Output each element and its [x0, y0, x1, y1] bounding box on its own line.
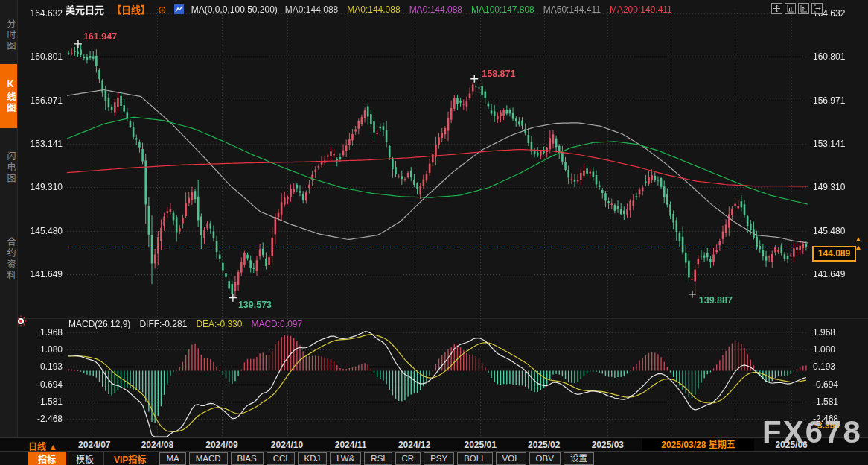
- macd-axis-label: 1.080: [813, 344, 859, 355]
- macd-min-label: -3.356: [814, 420, 840, 431]
- macd-header: MACD(26,12,9) DIFF:-0.281 DEA:-0.330 MAC…: [68, 319, 302, 329]
- month-label: 2024/11: [328, 440, 373, 450]
- price-arrow-icon: ▲▲: [855, 235, 862, 251]
- settings-button[interactable]: 设置: [564, 452, 594, 465]
- price-axis-label: 160.801: [813, 51, 859, 62]
- indicator-toolbar: 指标模板VIP指标MAMACDBIASCCIKDJLW&RSICRPSYBOLL…: [0, 451, 868, 465]
- indicator-button-cci[interactable]: CCI: [267, 452, 295, 465]
- chart-type-icon: [174, 4, 184, 14]
- price-axis-label: 145.480: [19, 226, 63, 236]
- extreme-price-label: 139.573: [238, 300, 272, 310]
- macd-axis-label: 0.193: [813, 361, 859, 372]
- month-label: 2025/02: [522, 440, 567, 450]
- sidebar-item-4[interactable]: 合约资料: [0, 219, 17, 300]
- price-axis-label: 153.141: [813, 139, 859, 149]
- ma-legend-value: MA100:147.808: [471, 4, 534, 15]
- indicator-button-kdj[interactable]: KDJ: [298, 452, 328, 465]
- toolbar-tab-1[interactable]: 指标: [28, 452, 66, 465]
- ma-settings-label[interactable]: MA(0,0,0,100,50,200): [191, 4, 278, 15]
- ma-legend-value: MA0:144.088: [347, 4, 400, 15]
- month-label: 2024/09: [200, 440, 244, 450]
- axis-scale-icon[interactable]: [785, 3, 796, 14]
- indicator-button-ma[interactable]: MA: [159, 452, 185, 465]
- price-axis-label: 164.632: [19, 8, 63, 19]
- date-axis-row: 日线 ▲ 2024/072024/082024/092024/102024/11…: [0, 437, 868, 452]
- trading-app-window: 分时图K线图闪电图合约资料 美元日元 【日线】 ⊕ MA(0,0,0,100,5…: [0, 0, 868, 465]
- macd-axis-label: 1.080: [19, 344, 63, 355]
- sidebar-item-2[interactable]: K线图: [0, 64, 17, 128]
- pan-right-icon[interactable]: [811, 3, 823, 14]
- ma-legend-value: MA0:144.088: [285, 4, 338, 15]
- date-tooltip: 2025/03/28 星期五: [642, 439, 754, 451]
- month-label: 2024/08: [135, 440, 179, 450]
- macd-axis-label: -2.468: [19, 414, 63, 424]
- indicator-button-lw[interactable]: LW&: [330, 452, 361, 465]
- price-axis-label: 145.480: [813, 226, 859, 236]
- chart-window-controls: [771, 3, 823, 14]
- expand-icon[interactable]: ⊕: [158, 6, 167, 13]
- extreme-price-label: 161.947: [83, 31, 117, 42]
- macd-macd-value: MACD:0.097: [251, 319, 302, 329]
- period-badge[interactable]: 【日线】: [112, 2, 150, 16]
- macd-title[interactable]: MACD(26,12,9): [68, 319, 130, 329]
- price-axis-label: 156.971: [813, 95, 859, 106]
- chart-header: 美元日元 【日线】 ⊕ MA(0,0,0,100,50,200) MA0:144…: [66, 2, 672, 16]
- price-axis-label: 156.971: [19, 95, 63, 106]
- price-macd-canvas: [0, 0, 868, 465]
- indicator-button-psy[interactable]: PSY: [424, 452, 454, 465]
- macd-axis-label: 0.193: [19, 361, 63, 372]
- month-label: 2024/10: [265, 440, 310, 450]
- indicator-button-rsi[interactable]: RSI: [364, 452, 392, 465]
- price-axis-label: 141.649: [19, 269, 63, 279]
- extreme-price-label: 139.887: [699, 295, 733, 306]
- month-label: 2025/01: [458, 440, 502, 450]
- indicator-button-obv[interactable]: OBV: [529, 452, 561, 465]
- ma-legend: MA0:144.088MA0:144.088MA0:144.088MA100:1…: [285, 4, 672, 15]
- extreme-price-label: 158.871: [482, 69, 515, 79]
- macd-axis-label: -0.694: [813, 379, 859, 390]
- sidebar-item-3[interactable]: 闪电图: [0, 139, 17, 197]
- price-axis-label: 149.310: [813, 182, 859, 192]
- macd-diff-value: DIFF:-0.281: [139, 319, 187, 329]
- indicator-button-bias[interactable]: BIAS: [231, 452, 264, 465]
- indicator-button-macd[interactable]: MACD: [189, 452, 228, 465]
- ma-legend-value: MA200:149.411: [610, 4, 672, 15]
- macd-axis-label: -1.581: [813, 396, 859, 407]
- macd-axis-label: -0.694: [19, 379, 63, 390]
- month-label: 2025/06: [769, 440, 814, 450]
- left-sidebar: 分时图K线图闪电图合约资料: [0, 0, 18, 437]
- price-axis-label: 153.141: [19, 139, 63, 149]
- toolbar-tab-3[interactable]: VIP指标: [104, 452, 156, 465]
- ma-legend-value: MA0:144.088: [409, 4, 462, 15]
- sidebar-item-1[interactable]: 分时图: [0, 6, 17, 64]
- move-crosshair-icon[interactable]: [771, 3, 782, 14]
- macd-dea-value: DEA:-0.330: [196, 319, 242, 329]
- macd-axis-label: -1.581: [19, 396, 63, 407]
- indicator-button-boll[interactable]: BOLL: [457, 452, 492, 465]
- current-price-tag: 144.089: [812, 246, 856, 262]
- month-label: 2025/03: [585, 440, 630, 450]
- indicator-button-cr[interactable]: CR: [395, 452, 421, 465]
- macd-axis-label: 1.968: [813, 327, 859, 338]
- price-axis-label: 160.801: [19, 51, 63, 62]
- indicator-button-vol[interactable]: VOL: [496, 452, 526, 465]
- ma-legend-value: MA50:144.411: [543, 4, 601, 15]
- toolbar-tab-2[interactable]: 模板: [66, 452, 104, 465]
- price-axis-label: 141.649: [813, 269, 859, 279]
- month-label: 2024/07: [72, 440, 117, 450]
- month-label: 2024/12: [392, 440, 437, 450]
- symbol-title: 美元日元: [66, 2, 104, 16]
- price-axis-label: 149.310: [19, 182, 63, 192]
- axis-scale-arrow-icon[interactable]: [798, 3, 809, 14]
